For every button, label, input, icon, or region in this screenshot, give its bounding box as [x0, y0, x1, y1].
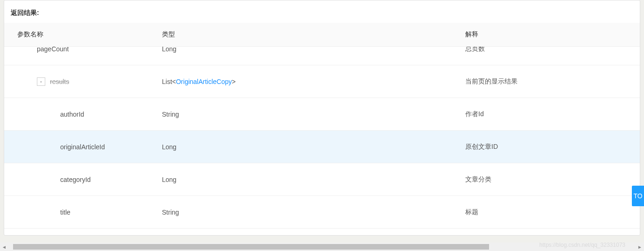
param-type-cell: Long [162, 176, 465, 183]
param-type-cell: List<OriginalArticleCopy> [162, 78, 465, 85]
param-desc: 总页数 [465, 47, 640, 53]
scroll-right-arrow-icon[interactable]: ► [636, 243, 644, 251]
param-name-cell: -results [4, 77, 162, 86]
scroll-track[interactable] [8, 244, 636, 250]
param-desc: 作者Id [465, 110, 640, 119]
type-prefix: List< [162, 78, 176, 85]
table-row: authorIdString作者Id [4, 98, 640, 131]
type-suffix: Long [162, 176, 176, 183]
table-row: categoryIdLong文章分类 [4, 163, 640, 196]
col-header-desc: 解释 [465, 30, 640, 39]
col-header-name: 参数名称 [4, 30, 162, 39]
param-name: pageCount [37, 47, 69, 53]
type-suffix: > [232, 78, 236, 85]
type-suffix: Long [162, 143, 176, 151]
param-desc: 当前页的显示结果 [465, 77, 640, 86]
param-desc: 原创文章ID [465, 143, 640, 151]
scroll-thumb[interactable] [13, 244, 489, 250]
table-body[interactable]: pageCountLong总页数-resultsList<OriginalArt… [4, 47, 640, 234]
param-name: title [60, 209, 70, 216]
param-name: originalArticleId [60, 143, 105, 151]
type-suffix: String [162, 111, 179, 118]
table-row: -resultsList<OriginalArticleCopy>当前页的显示结… [4, 65, 640, 98]
horizontal-scrollbar[interactable]: ◄ ► [0, 243, 644, 251]
param-name-cell: originalArticleId [4, 143, 162, 151]
response-panel: 返回结果: 参数名称 类型 解释 pageCountLong总页数-result… [4, 0, 640, 236]
scroll-left-arrow-icon[interactable]: ◄ [0, 243, 8, 251]
param-type-cell: Long [162, 143, 465, 151]
param-desc: 文章分类 [465, 175, 640, 184]
param-name-cell: categoryId [4, 176, 162, 183]
param-name: authorId [60, 111, 84, 118]
param-name: categoryId [60, 176, 91, 183]
table-header: 参数名称 类型 解释 [4, 23, 640, 47]
param-name-cell: authorId [4, 111, 162, 118]
table-row: titleString标题 [4, 196, 640, 229]
col-header-type: 类型 [162, 30, 465, 39]
type-suffix: String [162, 209, 179, 216]
param-desc: 标题 [465, 208, 640, 216]
param-name-cell: pageCount [4, 47, 162, 53]
type-suffix: Long [162, 47, 176, 53]
table-row: pageCountLong总页数 [4, 47, 640, 65]
param-type-cell: String [162, 209, 465, 216]
param-name-cell: title [4, 209, 162, 216]
param-type-cell: String [162, 111, 465, 118]
param-name: results [50, 78, 69, 85]
collapse-icon[interactable]: - [37, 77, 45, 86]
section-title: 返回结果: [4, 0, 640, 23]
side-tab-toc[interactable]: TO [632, 186, 644, 206]
type-link[interactable]: OriginalArticleCopy [176, 78, 232, 85]
param-type-cell: Long [162, 47, 465, 53]
params-table: 参数名称 类型 解释 pageCountLong总页数-resultsList<… [4, 23, 640, 234]
table-row: originalArticleIdLong原创文章ID [4, 131, 640, 163]
